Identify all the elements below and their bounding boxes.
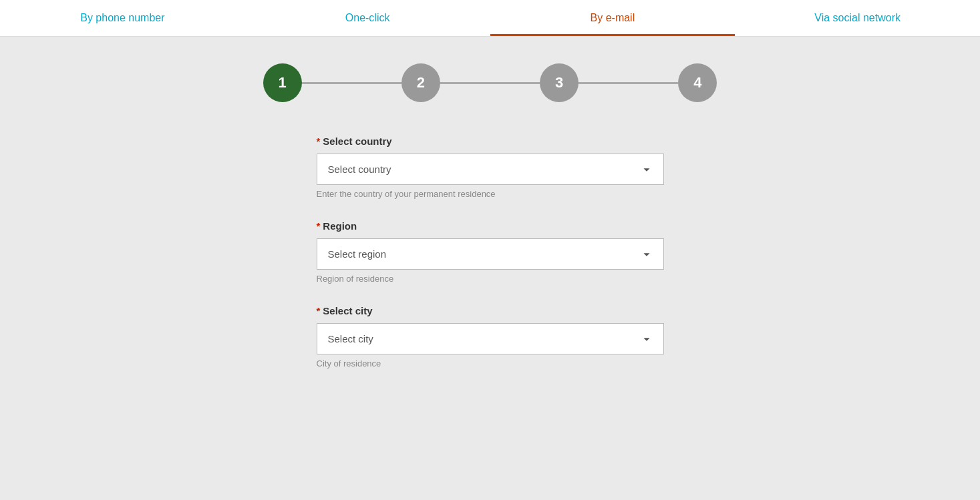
step-line-3-4 — [579, 82, 678, 84]
tab-phone-label: By phone number — [80, 12, 164, 24]
country-hint: Enter the country of your permanent resi… — [317, 189, 664, 199]
tab-email-label: By e-mail — [591, 12, 635, 24]
city-hint: City of residence — [317, 358, 664, 368]
form-section: * Select country Select country Enter th… — [317, 136, 664, 390]
city-label: * Select city — [317, 305, 664, 316]
stepper: 1 2 3 4 — [263, 63, 717, 102]
city-select[interactable]: Select city — [317, 323, 664, 354]
country-field-group: * Select country Select country Enter th… — [317, 136, 664, 199]
tabs-bar: By phone number One-click By e-mail Via … — [0, 0, 980, 37]
city-field-group: * Select city Select city City of reside… — [317, 305, 664, 368]
step-4: 4 — [678, 63, 717, 102]
region-hint: Region of residence — [317, 274, 664, 284]
country-label-text: Select country — [323, 136, 391, 147]
step-2: 2 — [401, 63, 440, 102]
tab-oneclick-label: One-click — [345, 12, 390, 24]
tab-oneclick[interactable]: One-click — [245, 0, 490, 36]
main-content: 1 2 3 4 * Select country Select country … — [0, 37, 980, 417]
city-label-text: Select city — [323, 305, 372, 316]
tab-email[interactable]: By e-mail — [490, 0, 736, 36]
step-1: 1 — [263, 63, 302, 102]
tab-social[interactable]: Via social network — [735, 0, 980, 36]
region-select[interactable]: Select region — [317, 238, 664, 270]
region-field-group: * Region Select region Region of residen… — [317, 220, 664, 284]
country-required-star: * — [317, 136, 321, 147]
region-required-star: * — [317, 220, 321, 232]
country-label: * Select country — [317, 136, 664, 147]
city-required-star: * — [317, 305, 321, 316]
step-3: 3 — [540, 63, 579, 102]
region-label: * Region — [317, 220, 664, 232]
tab-social-label: Via social network — [814, 12, 901, 24]
step-line-2-3 — [440, 82, 540, 84]
country-select[interactable]: Select country — [317, 154, 664, 185]
region-label-text: Region — [323, 220, 357, 232]
step-line-1-2 — [302, 82, 401, 84]
tab-phone[interactable]: By phone number — [0, 0, 245, 36]
